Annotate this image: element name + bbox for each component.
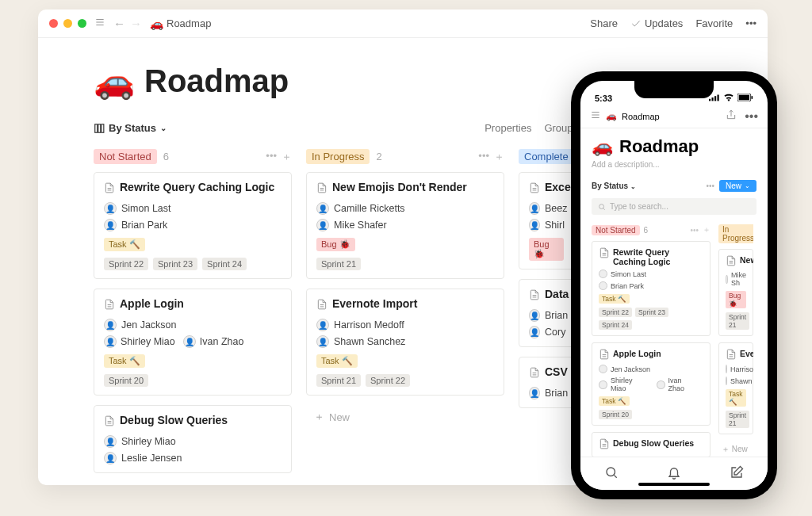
status-pill[interactable]: Complete bbox=[519, 149, 574, 164]
column-header: In Progress bbox=[718, 224, 753, 243]
updates-button[interactable]: Updates bbox=[630, 17, 683, 29]
assignee: Jen Jackson bbox=[599, 365, 703, 373]
close-window-button[interactable] bbox=[49, 19, 58, 28]
type-tag: Task 🔨 bbox=[104, 238, 145, 251]
column-add-button[interactable]: ＋ bbox=[494, 150, 504, 164]
nav-forward-button[interactable]: → bbox=[130, 17, 142, 30]
page-icon bbox=[599, 438, 610, 451]
notifications-tab-button[interactable] bbox=[667, 465, 681, 483]
more-menu-button[interactable]: ••• bbox=[745, 17, 756, 29]
mobile-search-input[interactable]: Type to search... bbox=[592, 198, 756, 215]
mobile-view-selector[interactable]: By Status ⌄ bbox=[592, 182, 636, 190]
column-add-button[interactable]: ＋ bbox=[703, 224, 710, 235]
status-pill[interactable]: Not Started bbox=[592, 225, 640, 235]
car-icon[interactable]: 🚗 bbox=[592, 136, 613, 157]
favorite-button[interactable]: Favorite bbox=[695, 17, 733, 29]
sprint-tag: Sprint 21 bbox=[726, 411, 749, 428]
svg-rect-25 bbox=[712, 97, 714, 101]
card-title: Rewrite Query Caching Logic bbox=[613, 247, 703, 266]
board-card[interactable]: Debug Slow Queries 👤Shirley Miao👤Leslie … bbox=[94, 405, 292, 473]
page-icon bbox=[104, 414, 115, 429]
assignee: 👤Cory bbox=[529, 326, 564, 338]
svg-rect-5 bbox=[102, 124, 104, 132]
assignee: 👤Brian bbox=[529, 309, 564, 322]
page-icon[interactable]: 🚗 bbox=[94, 62, 135, 101]
properties-button[interactable]: Properties bbox=[485, 122, 531, 134]
mobile-new-button[interactable]: New ⌄ bbox=[719, 180, 756, 192]
status-pill[interactable]: In Progress bbox=[306, 149, 370, 164]
more-menu-button[interactable]: ••• bbox=[745, 109, 758, 124]
add-card-button[interactable]: ＋ New bbox=[718, 441, 753, 458]
mobile-menu-button[interactable] bbox=[590, 109, 601, 124]
column-add-button[interactable]: ＋ bbox=[282, 150, 292, 164]
column-more-button[interactable]: ••• bbox=[690, 226, 699, 235]
sprint-tag: Sprint 23 bbox=[153, 258, 197, 270]
add-card-button[interactable]: ＋New bbox=[306, 405, 504, 429]
mobile-kanban-board: Not Started 6••• ＋ Rewrite Query Caching… bbox=[592, 224, 756, 464]
search-tab-button[interactable] bbox=[604, 465, 619, 483]
assignee: 👤Shirley Miao👤Ivan Zhao bbox=[104, 335, 282, 348]
board-card[interactable]: NewMike ShBug 🐞Sprint 21 bbox=[718, 249, 753, 336]
type-tag: Task 🔨 bbox=[104, 354, 145, 368]
assignee: 👤Shawn Sanchez bbox=[316, 335, 494, 348]
card-title: New Emojis Don't Render bbox=[332, 181, 467, 193]
board-card[interactable]: Debug Slow Queries bbox=[592, 432, 710, 457]
assignee: 👤Leslie Jensen bbox=[104, 452, 282, 464]
svg-rect-3 bbox=[95, 124, 98, 132]
share-icon[interactable] bbox=[726, 109, 737, 124]
sprint-tag: Sprint 21 bbox=[726, 312, 749, 330]
type-tag: Bug 🐞 bbox=[529, 238, 564, 261]
mobile-breadcrumb-title[interactable]: Roadmap bbox=[622, 112, 660, 121]
status-pill[interactable]: Not Started bbox=[94, 149, 157, 164]
avatar: 👤 bbox=[183, 335, 196, 348]
type-tag: Bug 🐞 bbox=[316, 238, 355, 251]
sprint-tag: Sprint 22 bbox=[599, 308, 632, 317]
avatar: 👤 bbox=[529, 309, 540, 322]
page-icon bbox=[529, 365, 540, 380]
avatar: 👤 bbox=[529, 219, 540, 231]
nav-back-button[interactable]: ← bbox=[113, 17, 125, 30]
svg-rect-29 bbox=[739, 95, 749, 101]
compose-tab-button[interactable] bbox=[730, 465, 744, 483]
board-card[interactable]: Apple LoginJen JacksonShirley MiaoIvan Z… bbox=[592, 342, 710, 426]
board-card[interactable]: Apple Login 👤Jen Jackson👤Shirley Miao👤Iv… bbox=[94, 289, 292, 396]
minimize-window-button[interactable] bbox=[63, 19, 72, 28]
chevron-down-icon: ⌄ bbox=[630, 183, 636, 190]
board-card[interactable]: Data 👤Brian👤Cory bbox=[519, 279, 574, 347]
board-card[interactable]: New Emojis Don't Render 👤Camille Rickett… bbox=[306, 172, 504, 279]
home-indicator[interactable] bbox=[638, 483, 710, 486]
window-titlebar: ← → 🚗 Roadmap Share Updates Favorite ••• bbox=[38, 10, 768, 38]
view-selector[interactable]: By Status ⌄ bbox=[94, 122, 167, 134]
share-button[interactable]: Share bbox=[590, 17, 618, 29]
page-icon bbox=[104, 297, 115, 312]
mobile-view-more-button[interactable]: ••• bbox=[706, 182, 714, 190]
status-pill[interactable]: In Progress bbox=[718, 224, 753, 243]
board-card[interactable]: EverHarrisoShawnTask 🔨Sprint 21 bbox=[718, 342, 753, 434]
sidebar-toggle-button[interactable] bbox=[94, 17, 105, 30]
card-title: Debug Slow Queries bbox=[613, 438, 694, 451]
board-card[interactable]: Exce 👤Beez👤ShirlBug 🐞 bbox=[519, 172, 574, 269]
chevron-down-icon: ⌄ bbox=[745, 182, 750, 189]
breadcrumb[interactable]: 🚗 Roadmap bbox=[150, 17, 211, 30]
page-icon bbox=[316, 297, 327, 312]
page-icon bbox=[599, 349, 610, 361]
column-more-button[interactable]: ••• bbox=[266, 150, 277, 164]
mobile-page-header: 🚗 Roadmap bbox=[592, 136, 756, 157]
description-placeholder[interactable]: Add a description... bbox=[592, 160, 756, 169]
assignee: 👤Simon Last bbox=[104, 202, 282, 215]
board-card[interactable]: Evernote Import 👤Harrison Medoff👤Shawn S… bbox=[306, 289, 504, 396]
sprint-tag: Sprint 24 bbox=[599, 320, 632, 330]
card-title: Data bbox=[545, 288, 569, 300]
board-card[interactable]: Rewrite Query Caching LogicSimon LastBri… bbox=[592, 241, 710, 336]
board-card[interactable]: CSV 👤Brian bbox=[519, 357, 574, 408]
card-title: CSV bbox=[545, 365, 568, 378]
maximize-window-button[interactable] bbox=[78, 19, 86, 28]
column-more-button[interactable]: ••• bbox=[478, 150, 489, 164]
page-title[interactable]: Roadmap bbox=[144, 63, 289, 99]
car-icon: 🚗 bbox=[150, 17, 163, 30]
board-card[interactable]: Rewrite Query Caching Logic 👤Simon Last👤… bbox=[94, 172, 292, 279]
type-tag: Task 🔨 bbox=[599, 294, 630, 304]
avatar: 👤 bbox=[104, 435, 117, 448]
board-column-in-progress: In Progress 2 ••• ＋ New Emojis Don't Ren… bbox=[306, 149, 504, 483]
mobile-page-title[interactable]: Roadmap bbox=[619, 136, 699, 157]
